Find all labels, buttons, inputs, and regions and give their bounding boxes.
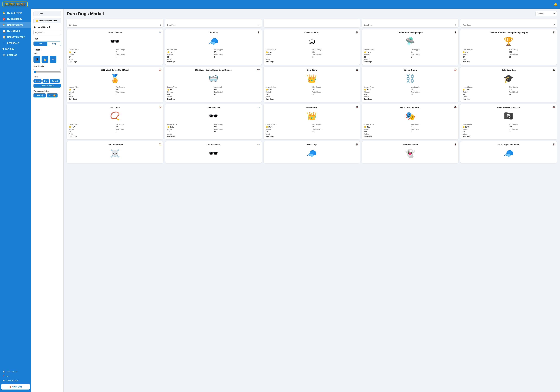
purchase-treats-button[interactable]: Treats ?	[33, 93, 46, 98]
market-card-6[interactable]: 👓 2022 Woof Series Space Dogs Shades 🥽 L…	[165, 67, 262, 102]
card-name: Tier 6 Cap	[167, 31, 260, 34]
card-price-value: 3.50	[465, 51, 468, 53]
lowest-price-label: Lowest Price:	[167, 49, 213, 51]
sort-select[interactable]: Rarest Cheapest Most Expensive Newest	[536, 11, 557, 16]
partial-card-2[interactable]	[264, 19, 360, 27]
sidebar-item-settings[interactable]: ⚙️ SETTINGS	[0, 52, 31, 58]
purchase-bsv-button[interactable]: BSV ₿	[47, 93, 58, 98]
treats-info-icon: ?	[41, 94, 43, 97]
card-item-icon: ⛀	[266, 35, 358, 47]
card-name: Gold Grad Cap	[462, 69, 555, 71]
sidebar-item-market[interactable]: 🏪 MARKET (BETA)	[0, 22, 31, 28]
sidebar-item-faq[interactable]: ❓ FAQ	[0, 374, 31, 378]
sidebar-label-report-bug: REPORT A BUG	[6, 380, 19, 382]
type-filters-row: Shop Dig Reward User Generated	[33, 79, 61, 88]
sidebar-item-market-history[interactable]: 📜 MARKET HISTORY	[0, 34, 31, 40]
notification-bell[interactable]: 🔔	[554, 2, 558, 6]
max-supply-label: Max Supply:	[116, 49, 161, 51]
market-card-4[interactable]: 🎩 2022 Woof Series Championship Trophy 🏆…	[460, 29, 557, 65]
slot-hat-button[interactable]: 🎩	[33, 56, 40, 63]
card-price-value: 15.00	[170, 126, 174, 128]
market-card-10[interactable]: 📿 Gold Chain 📿 Lowest Price: Max Supply:…	[67, 104, 163, 139]
partial-card-0[interactable]: Duro Dogs 3	[67, 19, 163, 27]
card-price-value: 5.90	[170, 89, 173, 90]
market-card-5[interactable]: 📿 2022 Woof Series Gold Medal 🏅 Lowest P…	[67, 67, 163, 102]
artist-value: Duro Dogs	[167, 98, 213, 100]
card-info-grid: Lowest Price: Max Supply: 🪙86.50 87+ Min…	[167, 49, 260, 63]
card-item-icon: 🛸	[364, 35, 456, 47]
max-supply-slider[interactable]	[33, 71, 61, 73]
market-card-3[interactable]: 🎩 Unidentified Flying Object 🛸 Lowest Pr…	[362, 29, 459, 65]
purchase-label: Purchaseable by:	[33, 90, 61, 92]
market-card-9[interactable]: 🎩 Gold Grad Cap 🎓 Lowest Price: Max Supp…	[460, 67, 557, 102]
market-card-16[interactable]: 👓 Tier 3 Glasses 🕶️	[165, 141, 262, 163]
partial-card-1[interactable]: Duro Dogs 16	[165, 19, 262, 27]
card-info-grid: Lowest Price: Max Supply: 🪙5.90 100 Mint…	[167, 86, 260, 100]
sidebar-item-my-backyard[interactable]: 🏡 MY BACKYARD	[0, 10, 31, 16]
slot-glasses-button[interactable]: 👓	[50, 56, 56, 63]
sidebar-item-buy-bsv[interactable]: ₿ BUY BSV	[0, 46, 31, 52]
artist-label: Artist:	[462, 133, 508, 135]
minted-value: N/A	[167, 94, 213, 95]
card-info-grid: Lowest Price: Max Supply: 🪙3.50 100 Mint…	[462, 49, 555, 63]
max-supply-value: 100	[312, 126, 358, 128]
artist-value: Duro Dogs	[266, 98, 311, 100]
card-type-icon: 🎩	[356, 106, 358, 108]
market-card-17[interactable]: 🎩 Tier 3 Cap 🧢	[264, 141, 360, 163]
card-price: 🪙14.99	[69, 126, 114, 128]
partial-count-0: 3	[160, 24, 161, 26]
slot-label: Slot:	[33, 52, 61, 55]
sidebar-item-my-inventory[interactable]: 🎒 MY INVENTORY	[0, 16, 31, 22]
bsv-label: BSV	[49, 95, 52, 96]
market-card-8[interactable]: 📿 Bitcoin Chain ⛓️ Lowest Price: Max Sup…	[362, 67, 459, 102]
price-coin-icon: 🪙	[69, 89, 71, 91]
card-info-grid: Lowest Price: Max Supply: 🪙12.00 100 Min…	[462, 86, 555, 100]
market-card-14[interactable]: 🎩 Blackwhisker's Tricorne 🏴‍☠️ Lowest Pr…	[460, 104, 557, 139]
keyword-input[interactable]	[34, 30, 60, 35]
market-card-11[interactable]: 👓 Gold Glasses 🕶️ Lowest Price: Max Supp…	[165, 104, 262, 139]
type-item-button[interactable]: Item	[34, 42, 47, 46]
market-card-12[interactable]: 🎩 Gold Crown 👑 Lowest Price: Max Supply:…	[264, 104, 360, 139]
sign-out-button[interactable]: 🚪 SIGN OUT	[1, 384, 30, 390]
minted-label: Minted:	[462, 91, 508, 93]
filter-dig-button[interactable]: Dig	[42, 79, 49, 83]
slot-collar-button[interactable]: 🏅	[41, 56, 48, 63]
sidebar-item-how-to-play[interactable]: ℹ️ HOW TO PLAY	[0, 369, 31, 374]
lowest-price-label: Lowest Price:	[462, 49, 508, 51]
market-card-19[interactable]: 🎩 Best Digger Snapback 🧢	[460, 141, 557, 163]
market-icon: 🏪	[2, 24, 6, 27]
card-type-icon: 🎩	[552, 69, 555, 71]
minted-label: Minted:	[69, 129, 114, 130]
total-listed-value: 9	[312, 56, 358, 58]
market-card-13[interactable]: 🎩 Hero's Phrygian Cap 🎭 Lowest Price: Ma…	[362, 104, 459, 139]
partial-card-4[interactable]: Duro Dogs 7	[460, 19, 557, 27]
card-name: Gold Jolly Roger	[69, 144, 161, 146]
market-card-0[interactable]: 👓 Tier 6 Glasses 🕶️ Lowest Price: Max Su…	[67, 29, 163, 65]
total-listed-label: Total Listed:	[411, 129, 456, 130]
main-layout: 🏡 MY BACKYARD 🎒 MY INVENTORY 🏪 MARKET (B…	[0, 9, 560, 392]
partial-card-3[interactable]: Duro Dogs 8	[362, 19, 459, 27]
total-listed-label: Total Listed:	[116, 129, 161, 130]
filter-user-generated-button[interactable]: User Generated	[33, 84, 61, 88]
card-info-grid: Lowest Price: Max Supply: 🪙99.99 87+ Min…	[69, 49, 161, 63]
back-button[interactable]: ← Back	[33, 11, 61, 16]
sidebar-item-referrals[interactable]: 👤 REFERRALS	[0, 40, 31, 46]
card-price: 🪙6.00	[69, 89, 114, 91]
market-card-18[interactable]: 🎩 Phantom Friend 👻	[362, 141, 459, 163]
sidebar-item-report-bug[interactable]: ✉️ REPORT A BUG	[0, 378, 31, 383]
market-card-2[interactable]: 🎩 Checkered Cap ⛀ Lowest Price: Max Supp…	[264, 29, 360, 65]
market-card-15[interactable]: 📿 Gold Jolly Roger ☠️	[67, 141, 163, 163]
card-type-icon: 👓	[159, 31, 161, 34]
card-price: 🪙4.50	[364, 126, 410, 128]
artist-value: Duro Dogs	[167, 136, 213, 137]
type-dog-button[interactable]: Dog	[47, 42, 61, 46]
sidebar-item-my-listings[interactable]: 📋 MY LISTINGS	[0, 28, 31, 34]
filter-reward-button[interactable]: Reward	[50, 79, 60, 83]
artist-value: Duro Dogs	[364, 61, 410, 63]
market-card-1[interactable]: 🎩 Tier 6 Cap 🧢 Lowest Price: Max Supply:…	[165, 29, 262, 65]
price-coin-icon: 🪙	[167, 89, 170, 91]
keyword-search-button[interactable]: 🔍	[60, 30, 61, 35]
filter-shop-button[interactable]: Shop	[33, 79, 41, 83]
card-item-icon: 📿	[69, 110, 161, 122]
market-card-7[interactable]: 🎩 Gold Tiara 👑 Lowest Price: Max Supply:…	[264, 67, 360, 102]
